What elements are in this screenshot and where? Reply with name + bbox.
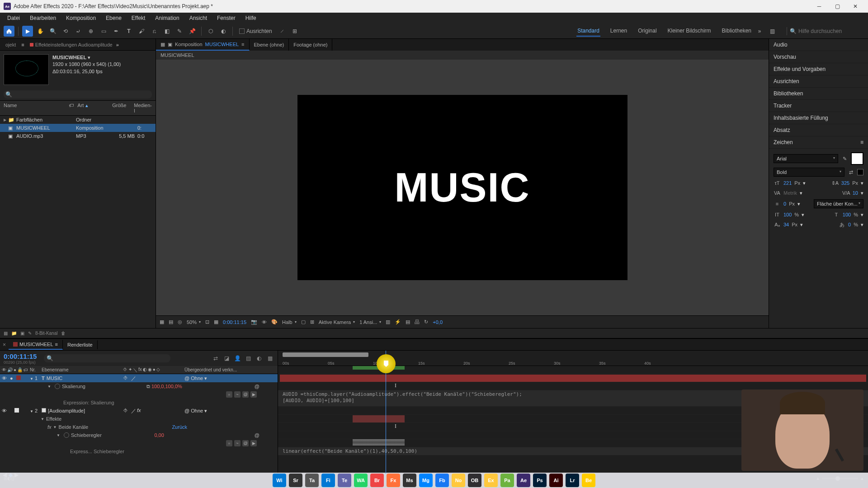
- expr-pickwhip3-icon[interactable]: @: [255, 432, 259, 438]
- expression-text-1[interactable]: AUDIO =thisComp.layer("Audioamplitude").…: [283, 391, 522, 397]
- taskbar-ps-icon[interactable]: Ps: [533, 474, 547, 487]
- comp-mini-flow-icon[interactable]: ⇄: [212, 354, 220, 362]
- resolution-dropdown[interactable]: Halb: [282, 319, 297, 325]
- show-snapshot-icon[interactable]: 👁: [262, 319, 267, 325]
- brush-tool-icon[interactable]: 🖌: [136, 26, 147, 37]
- solo-col-icon[interactable]: ●: [14, 367, 16, 372]
- render-queue-tab[interactable]: Renderliste: [63, 340, 98, 349]
- stopwatch-icon[interactable]: [55, 384, 60, 389]
- current-timecode[interactable]: 0:00:11:15: [4, 352, 37, 360]
- text-tool-icon[interactable]: T: [123, 26, 134, 37]
- expr-graph2-icon[interactable]: ~: [234, 440, 241, 446]
- expression-text-1b[interactable]: [AUDIO, AUDIO]+[100,100]: [283, 398, 354, 404]
- fx-toggle-icon[interactable]: fx: [47, 424, 52, 430]
- roi-icon[interactable]: ▢: [301, 319, 306, 325]
- font-family-dropdown[interactable]: Arial▾: [774, 154, 838, 163]
- help-search-input[interactable]: [798, 28, 862, 34]
- twirl-layer-2[interactable]: ▼: [30, 409, 33, 413]
- reset-exposure-icon[interactable]: ↻: [424, 319, 428, 325]
- font-style-dropdown[interactable]: Bold▾: [774, 168, 844, 177]
- adjust-icon[interactable]: ✎: [28, 331, 32, 336]
- taskbar-fb-icon[interactable]: Fb: [435, 474, 449, 487]
- taskbar-lr-icon[interactable]: Lr: [566, 474, 579, 487]
- close-button[interactable]: ✕: [846, 0, 864, 13]
- eye-icon[interactable]: 👁: [2, 408, 7, 413]
- col-name-header[interactable]: Name: [4, 103, 69, 113]
- comp-breadcrumb[interactable]: MUSICWHEEL: [156, 51, 769, 60]
- menu-ansicht[interactable]: Ansicht: [185, 14, 212, 23]
- taskbar-exp-icon[interactable]: Ex: [484, 474, 498, 487]
- eye-col-icon[interactable]: 👁: [2, 367, 6, 372]
- more-workspace-icon[interactable]: »: [754, 26, 765, 37]
- fill-color-swatch[interactable]: [851, 152, 863, 165]
- menu-bearbeiten[interactable]: Bearbeiten: [25, 14, 61, 23]
- selection-tool-icon[interactable]: ▶: [22, 26, 33, 37]
- pen-tool-icon[interactable]: ✒: [111, 26, 122, 37]
- color-mgmt-icon[interactable]: 🎨: [271, 319, 278, 325]
- taskbar-task-icon[interactable]: Ta: [305, 474, 319, 487]
- eraser-tool-icon[interactable]: ◧: [161, 26, 172, 37]
- alpha-icon[interactable]: ▦: [160, 319, 164, 325]
- snap-grid-icon[interactable]: ⊞: [289, 26, 300, 37]
- flowchart-btn-icon[interactable]: 品: [415, 319, 420, 325]
- menu-ebene[interactable]: Ebene: [101, 14, 126, 23]
- comp-thumbnail[interactable]: [4, 54, 49, 85]
- taskbar-srch-icon[interactable]: Sr: [289, 474, 302, 487]
- twirl-layer-1[interactable]: ▼: [30, 377, 33, 381]
- expr-pickwhip2-icon[interactable]: @: [242, 391, 249, 398]
- timeline-close-icon[interactable]: ×: [0, 342, 9, 348]
- workspace-tab-standard[interactable]: Standard: [576, 26, 600, 37]
- prop-scale-label[interactable]: Skalierung: [62, 384, 85, 389]
- stroke-swap-icon[interactable]: ⇄: [847, 169, 854, 176]
- panel-bibliotheken[interactable]: Bibliotheken: [769, 88, 868, 100]
- stopwatch-slider-icon[interactable]: [64, 432, 69, 438]
- stroke-value[interactable]: 0: [783, 201, 786, 206]
- panel-absatz[interactable]: Absatz: [769, 124, 868, 136]
- reset-link[interactable]: Zurück: [172, 424, 187, 430]
- slider-prop-label[interactable]: Schieberegler: [71, 432, 102, 438]
- rotate-tool-icon[interactable]: ⤾: [73, 26, 84, 37]
- tsume-value[interactable]: 0: [848, 222, 851, 227]
- stroke-color-swatch[interactable]: [857, 169, 863, 175]
- hscale-value[interactable]: 100: [843, 212, 851, 217]
- workspace-tab-lernen[interactable]: Lernen: [609, 26, 628, 37]
- expr-graph-icon[interactable]: ~: [234, 391, 241, 398]
- motion-blur-icon[interactable]: ◐: [255, 354, 263, 362]
- new-folder-icon[interactable]: 📁: [11, 331, 17, 336]
- new-comp-icon[interactable]: ▣: [20, 331, 24, 336]
- composition-tab[interactable]: ▦ ▣ Komposition MUSICWHEEL ≡: [156, 39, 250, 51]
- twirl-beide[interactable]: ▼: [53, 425, 59, 429]
- anchor-tool-icon[interactable]: ⊕: [85, 26, 96, 37]
- graph-editor-icon[interactable]: ▦: [266, 354, 274, 362]
- effect-controls-tab[interactable]: Effekteinstellungen Audioamplitude: [26, 40, 116, 49]
- work-area-bar[interactable]: [283, 352, 368, 357]
- panel-ausrichten[interactable]: Ausrichten: [769, 75, 868, 88]
- effects-group-label[interactable]: Effekte: [46, 416, 61, 422]
- comp-flowchart-icon[interactable]: ▾: [88, 55, 90, 60]
- hand-tool-icon[interactable]: ✋: [35, 26, 46, 37]
- expr-enable2-icon[interactable]: =: [226, 440, 232, 446]
- layer-tab[interactable]: Ebene (ohne): [250, 39, 289, 51]
- scale-value[interactable]: 100,0,100,0: [151, 384, 178, 389]
- roto-tool-icon[interactable]: ✎: [174, 26, 185, 37]
- zoom-dropdown[interactable]: 50%: [187, 319, 201, 325]
- parent-dropdown-1[interactable]: Ohne: [191, 375, 203, 381]
- pickwhip-icon[interactable]: @: [184, 408, 189, 413]
- views-dropdown[interactable]: 1 Ansi...: [359, 319, 381, 325]
- speaker-col-icon[interactable]: 🔊: [7, 367, 13, 372]
- taskbar-obs-icon[interactable]: OB: [468, 474, 481, 487]
- tracking-value[interactable]: 10: [853, 190, 858, 196]
- slider-value[interactable]: 0,00: [154, 432, 164, 438]
- expr-enable-icon[interactable]: =: [226, 391, 232, 398]
- taskbar-note-icon[interactable]: No: [452, 474, 465, 487]
- menu-effekt[interactable]: Effekt: [127, 14, 150, 23]
- taskbar-teams-icon[interactable]: Te: [338, 474, 351, 487]
- eyedropper-icon[interactable]: ✎: [841, 155, 848, 162]
- res-auto-icon[interactable]: ⊡: [205, 319, 209, 325]
- timeline-search-input[interactable]: 🔍: [44, 354, 170, 362]
- shy-icon[interactable]: 👤: [233, 354, 241, 362]
- baseline-value[interactable]: 34: [783, 222, 789, 227]
- menu-fenster[interactable]: Fenster: [212, 14, 240, 23]
- effect-name-label[interactable]: Beide Kanäle: [59, 424, 88, 430]
- character-panel-title[interactable]: Zeichen: [774, 139, 793, 145]
